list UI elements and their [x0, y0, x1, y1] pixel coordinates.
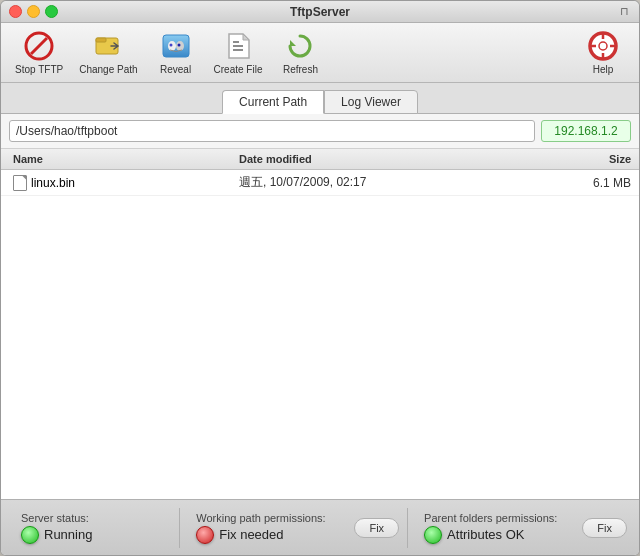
help-button[interactable]: Help: [575, 28, 631, 77]
reveal-icon: [160, 30, 192, 62]
refresh-icon: [284, 30, 316, 62]
divider-1: [179, 508, 180, 548]
create-file-icon: [222, 30, 254, 62]
toolbar-left: Stop TFTP Change Path: [9, 28, 328, 77]
working-path-label: Working path permissions:: [196, 512, 325, 524]
svg-point-9: [177, 44, 180, 47]
minimize-button[interactable]: [27, 5, 40, 18]
tab-log-viewer[interactable]: Log Viewer: [324, 90, 418, 114]
svg-marker-15: [290, 40, 296, 46]
server-status-dot: [21, 526, 39, 544]
tabs-bar: Current Path Log Viewer: [1, 83, 639, 114]
table-row[interactable]: linux.bin 週五, 10/07/2009, 02:17 6.1 MB: [1, 170, 639, 196]
server-status-label: Server status:: [21, 512, 89, 524]
svg-point-8: [169, 44, 172, 47]
tab-current-path[interactable]: Current Path: [222, 90, 324, 114]
file-icon: [13, 175, 27, 191]
parent-folders-group: Parent folders permissions: Attributes O…: [416, 508, 574, 548]
path-bar: 192.168.1.2: [1, 114, 639, 149]
stop-tftp-button[interactable]: Stop TFTP: [9, 28, 69, 77]
server-status-group: Server status: Running: [13, 508, 171, 548]
reveal-label: Reveal: [160, 64, 191, 75]
working-path-value: Fix needed: [219, 527, 283, 542]
refresh-button[interactable]: Refresh: [272, 28, 328, 77]
refresh-label: Refresh: [283, 64, 318, 75]
parent-folders-label: Parent folders permissions:: [424, 512, 557, 524]
main-window: TftpServer ⊓ Stop TFTP: [0, 0, 640, 556]
traffic-lights: [9, 5, 58, 18]
help-icon: [587, 30, 619, 62]
parent-folders-dot: [424, 526, 442, 544]
ip-display: 192.168.1.2: [541, 120, 631, 142]
create-file-label: Create File: [214, 64, 263, 75]
stop-tftp-icon: [23, 30, 55, 62]
svg-marker-11: [243, 34, 249, 40]
fix-parent-folders-button[interactable]: Fix: [582, 518, 627, 538]
svg-rect-3: [96, 38, 106, 42]
divider-2: [407, 508, 408, 548]
file-size-cell: 6.1 MB: [559, 175, 639, 191]
svg-line-1: [31, 38, 47, 54]
file-list: linux.bin 週五, 10/07/2009, 02:17 6.1 MB: [1, 170, 639, 499]
help-label: Help: [593, 64, 614, 75]
col-header-date: Date modified: [231, 151, 559, 167]
window-title: TftpServer: [290, 5, 350, 19]
parent-folders-value: Attributes OK: [447, 527, 524, 542]
file-name-cell: linux.bin: [1, 174, 231, 192]
stop-tftp-label: Stop TFTP: [15, 64, 63, 75]
path-input[interactable]: [9, 120, 535, 142]
close-button[interactable]: [9, 5, 22, 18]
working-path-group: Working path permissions: Fix needed: [188, 508, 346, 548]
toolbar: Stop TFTP Change Path: [1, 23, 639, 83]
parent-folders-row: Attributes OK: [424, 526, 524, 544]
create-file-button[interactable]: Create File: [208, 28, 269, 77]
reveal-button[interactable]: Reveal: [148, 28, 204, 77]
file-date-cell: 週五, 10/07/2009, 02:17: [231, 173, 559, 192]
file-list-header: Name Date modified Size: [1, 149, 639, 170]
zoom-button[interactable]: [45, 5, 58, 18]
server-status-value: Running: [44, 527, 92, 542]
svg-point-21: [599, 42, 607, 50]
change-path-button[interactable]: Change Path: [73, 28, 143, 77]
window-resize-indicator: ⊓: [620, 5, 629, 18]
server-status-row: Running: [21, 526, 92, 544]
change-path-icon: [92, 30, 124, 62]
fix-working-path-button[interactable]: Fix: [354, 518, 399, 538]
col-header-name: Name: [1, 151, 231, 167]
working-path-dot: [196, 526, 214, 544]
working-path-row: Fix needed: [196, 526, 283, 544]
change-path-label: Change Path: [79, 64, 137, 75]
main-content: 192.168.1.2 Name Date modified Size linu…: [1, 114, 639, 499]
title-bar: TftpServer ⊓: [1, 1, 639, 23]
status-bar: Server status: Running Working path perm…: [1, 499, 639, 555]
col-header-size: Size: [559, 151, 639, 167]
